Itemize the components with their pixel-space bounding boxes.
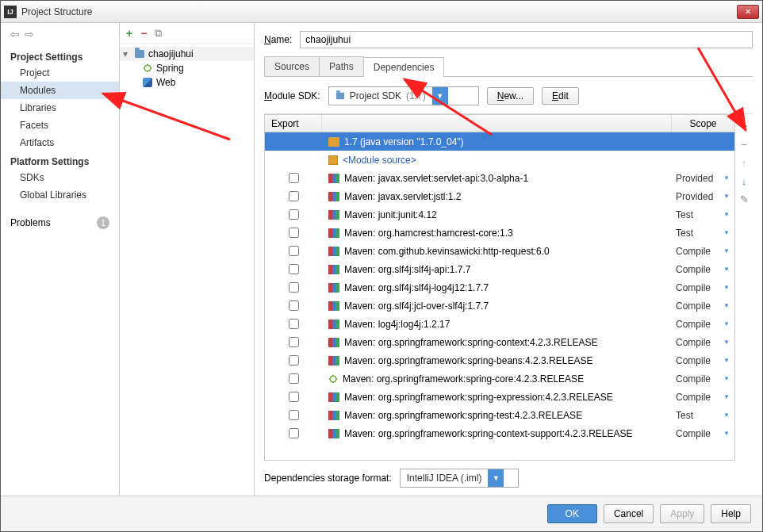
tree-spring-label: Spring (156, 63, 184, 74)
scope-dropdown-icon[interactable]: ▼ (723, 430, 730, 437)
dependency-row[interactable]: Maven: org.slf4j:jcl-over-slf4j:1.7.7Com… (265, 297, 734, 315)
name-input[interactable] (300, 31, 753, 48)
dependency-tools: + − ↑ ↓ ✎ (735, 114, 753, 461)
dependency-row[interactable]: Maven: org.springframework:spring-test:4… (265, 406, 734, 424)
export-checkbox[interactable] (289, 410, 299, 420)
scope-dropdown-icon[interactable]: ▼ (723, 375, 730, 382)
dependency-name: Maven: org.springframework:spring-test:4… (344, 410, 582, 421)
dependency-row[interactable]: 1.7 (java version "1.7.0_04") (265, 132, 734, 151)
titlebar[interactable]: IJ Project Structure ✕ (1, 1, 762, 23)
library-icon (328, 411, 339, 420)
export-checkbox[interactable] (289, 173, 299, 183)
chevron-down-icon[interactable]: ▼ (488, 469, 504, 487)
dependency-row[interactable]: <Module source> (265, 151, 734, 169)
scope-dropdown-icon[interactable]: ▼ (723, 393, 730, 400)
add-icon[interactable]: + (126, 27, 132, 40)
library-icon (328, 356, 339, 366)
export-checkbox[interactable] (289, 209, 299, 220)
nav-item-modules[interactable]: Modules (1, 82, 119, 99)
export-checkbox[interactable] (289, 373, 299, 384)
export-checkbox[interactable] (289, 392, 299, 402)
dependency-row[interactable]: Maven: org.springframework:spring-beans:… (265, 351, 734, 369)
export-checkbox[interactable] (289, 355, 299, 366)
tab-paths[interactable]: Paths (319, 56, 364, 76)
tab-dependencies[interactable]: Dependencies (363, 57, 445, 77)
dependency-row[interactable]: Maven: org.slf4j:slf4j-log4j12:1.7.7Comp… (265, 278, 734, 297)
dependency-row[interactable]: Maven: junit:junit:4.12Test▼ (265, 205, 734, 224)
export-checkbox[interactable] (289, 282, 299, 293)
nav-back-icon[interactable]: ⇦ (10, 28, 20, 40)
scope-dropdown-icon[interactable]: ▼ (723, 357, 730, 364)
tab-sources[interactable]: Sources (264, 56, 320, 76)
ok-button[interactable]: OK (547, 504, 597, 523)
dependency-row[interactable]: Maven: org.springframework:spring-core:4… (265, 369, 734, 388)
export-checkbox[interactable] (289, 191, 299, 201)
edit-sdk-button[interactable]: Edit (542, 87, 579, 105)
dependency-name: Maven: org.springframework:spring-contex… (344, 428, 633, 439)
storage-format-select[interactable]: IntelliJ IDEA (.iml) ▼ (400, 469, 519, 488)
nav-item-libraries[interactable]: Libraries (1, 99, 119, 117)
window-title: Project Structure (21, 6, 735, 17)
scope-dropdown-icon[interactable]: ▼ (723, 193, 730, 200)
library-icon (328, 192, 339, 201)
scope-dropdown-icon[interactable]: ▼ (723, 320, 730, 327)
export-checkbox[interactable] (289, 337, 299, 347)
dependency-row[interactable]: Maven: org.springframework:spring-expres… (265, 388, 734, 406)
nav-forward-icon[interactable]: ⇨ (25, 28, 34, 40)
scope-dropdown-icon[interactable]: ▼ (723, 174, 730, 182)
export-checkbox[interactable] (289, 264, 299, 274)
scope-value: Compile (676, 355, 711, 366)
export-checkbox[interactable] (289, 228, 299, 238)
tree-node-spring[interactable]: Spring (120, 61, 254, 75)
dependency-row[interactable]: Maven: javax.servlet:jstl:1.2Provided▼ (265, 187, 734, 205)
scope-dropdown-icon[interactable]: ▼ (723, 302, 730, 309)
nav-item-facets[interactable]: Facets (1, 117, 119, 134)
chevron-down-icon[interactable]: ▼ (432, 87, 448, 105)
remove-icon[interactable]: − (140, 27, 147, 40)
scope-dropdown-icon[interactable]: ▼ (723, 284, 730, 291)
export-checkbox[interactable] (289, 319, 299, 329)
nav-item-problems[interactable]: Problems 1 (1, 212, 119, 232)
nav-item-project[interactable]: Project (1, 64, 119, 82)
move-up-icon[interactable]: ↑ (742, 157, 747, 169)
dependency-row[interactable]: Maven: org.slf4j:slf4j-api:1.7.7Compile▼ (265, 260, 734, 278)
export-checkbox[interactable] (289, 428, 299, 438)
edit-dependency-icon[interactable]: ✎ (740, 193, 749, 205)
scope-dropdown-icon[interactable]: ▼ (723, 266, 730, 273)
dependency-row[interactable]: Maven: com.github.kevinsawicki:http-requ… (265, 242, 734, 260)
apply-button[interactable]: Apply (660, 504, 704, 523)
scope-dropdown-icon[interactable]: ▼ (723, 339, 730, 346)
dependency-name: Maven: org.springframework:spring-expres… (344, 392, 613, 403)
module-sdk-label: Module SDK: (264, 90, 320, 101)
dependency-row[interactable]: Maven: org.springframework:spring-contex… (265, 424, 734, 442)
tree-node-web[interactable]: Web (120, 75, 254, 90)
dependency-row[interactable]: Maven: log4j:log4j:1.2.17Compile▼ (265, 315, 734, 333)
export-checkbox[interactable] (289, 246, 299, 256)
remove-dependency-icon[interactable]: − (741, 139, 747, 151)
new-sdk-button[interactable]: New... (487, 87, 534, 105)
export-checkbox[interactable] (289, 300, 299, 311)
tree-node-root[interactable]: ▾ chaojijuhui (120, 47, 254, 61)
nav-item-sdks[interactable]: SDKs (1, 169, 119, 186)
nav-item-artifacts[interactable]: Artifacts (1, 134, 119, 151)
scope-dropdown-icon[interactable]: ▼ (723, 411, 730, 419)
caret-down-icon[interactable]: ▾ (123, 48, 131, 59)
dependency-row[interactable]: Maven: org.springframework:spring-contex… (265, 333, 734, 351)
dependency-row[interactable]: Maven: org.hamcrest:hamcrest-core:1.3Tes… (265, 224, 734, 242)
module-sdk-select[interactable]: Project SDK (1.7) ▼ (328, 86, 479, 105)
col-export[interactable]: Export (265, 115, 322, 132)
window-close-button[interactable]: ✕ (737, 5, 759, 19)
nav-item-global-libraries[interactable]: Global Libraries (1, 186, 119, 204)
add-dependency-icon[interactable]: + (741, 119, 748, 132)
dependencies-body[interactable]: 1.7 (java version "1.7.0_04")<Module sou… (265, 132, 734, 460)
col-scope[interactable]: Scope (671, 115, 734, 132)
library-icon (328, 338, 339, 347)
copy-icon[interactable]: ⧉ (155, 27, 162, 40)
dependency-row[interactable]: Maven: javax.servlet:servlet-api:3.0-alp… (265, 169, 734, 187)
scope-dropdown-icon[interactable]: ▼ (723, 229, 730, 236)
scope-dropdown-icon[interactable]: ▼ (723, 211, 730, 218)
help-button[interactable]: Help (711, 504, 751, 523)
move-down-icon[interactable]: ↓ (742, 175, 747, 187)
scope-dropdown-icon[interactable]: ▼ (723, 247, 730, 255)
cancel-button[interactable]: Cancel (604, 504, 654, 523)
